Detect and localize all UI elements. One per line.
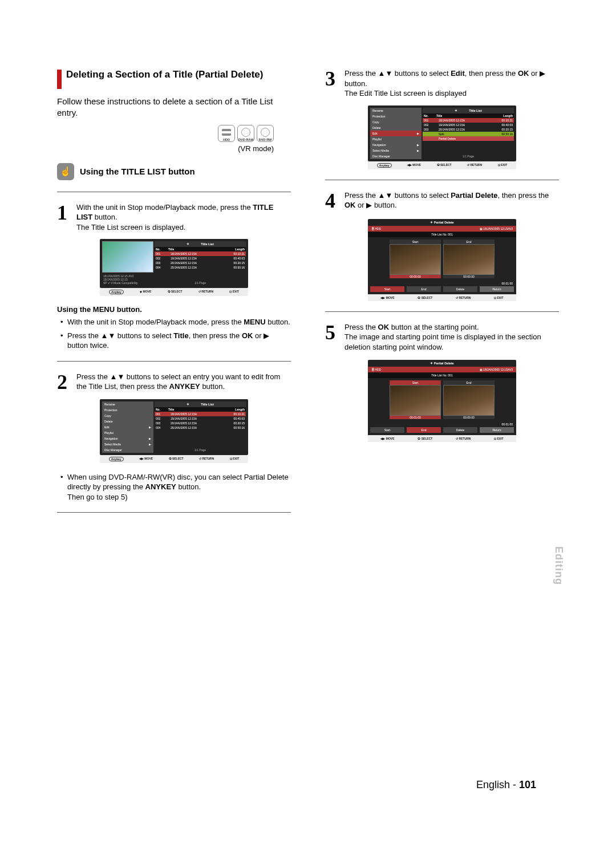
pd-end-button: End [407, 286, 441, 292]
pd-start-button: Start [370, 286, 404, 292]
page-footer: English - 101 [476, 779, 536, 791]
divider [325, 180, 559, 180]
partial-delete-screenshot-1: ✦ Partial Delete 🗄 HDD▣ 18/JAN/2005 12:1… [368, 219, 516, 301]
menu-heading: Using the MENU button. [57, 305, 291, 314]
title-list-screenshot: 18/JAN/2005 12:15 AV3 18/JAN/2005 12:15 … [100, 239, 248, 296]
media-format-icons: HDD DVD-RAM DVD-RW (VR mode) [57, 125, 291, 153]
pd-return-button: Return [480, 286, 514, 292]
preview-thumbnail [102, 241, 153, 273]
hand-press-icon: ☝ [57, 163, 74, 180]
step-2-text: Press the ▲▼ buttons to select an entry … [76, 372, 291, 392]
edit-submenu-screenshot: Rename Protection Copy Delete Edit▶ Play… [368, 106, 516, 169]
step-4-text: Press the ▲▼ buttons to select Partial D… [345, 190, 559, 210]
menu-item: Rename [102, 401, 153, 407]
intro-text: Follow these instructions to delete a se… [57, 96, 291, 119]
step-number: 1 [57, 202, 71, 223]
divider [57, 512, 291, 513]
anykey-menu-screenshot: Rename Protection Copy Delete Edit▶ Play… [100, 399, 248, 463]
step-1-text: With the unit in Stop mode/Playback mode… [76, 202, 291, 233]
divider [57, 192, 291, 192]
section-heading: Deleting a Section of a Title (Partial D… [66, 68, 263, 80]
step-number: 3 [325, 68, 339, 89]
step-5-text: Press the OK button at the starting poin… [345, 322, 559, 352]
partial-delete-screenshot-2: ✦ Partial Delete 🗄 HDD▣ 18/JAN/2005 12:1… [368, 360, 516, 442]
dvd-rw-icon: DVD-RW [257, 125, 274, 142]
step-number: 4 [325, 190, 339, 211]
menu-bullet-2: Press the ▲▼ buttons to select Title, th… [67, 331, 291, 351]
step-3-text: Press the ▲▼ buttons to select Edit, the… [345, 68, 559, 99]
hdd-icon: HDD [218, 125, 235, 142]
divider [57, 361, 291, 362]
vr-mode-label: (VR mode) [238, 144, 274, 153]
step-number: 2 [57, 372, 71, 392]
side-tab-label: Editing [553, 546, 565, 585]
divider [325, 311, 559, 312]
subsection-heading: Using the TITLE LIST button [80, 167, 195, 176]
dvd-ram-icon: DVD-RAM [237, 125, 254, 142]
pd-delete-button: Delete [443, 286, 477, 292]
step-number: 5 [325, 322, 339, 343]
ram-note: When using DVD-RAM/-RW(VR) disc, you can… [67, 472, 291, 502]
section-accent-bar [57, 70, 62, 89]
menu-bullet-1: With the unit in Stop mode/Playback mode… [67, 317, 291, 327]
